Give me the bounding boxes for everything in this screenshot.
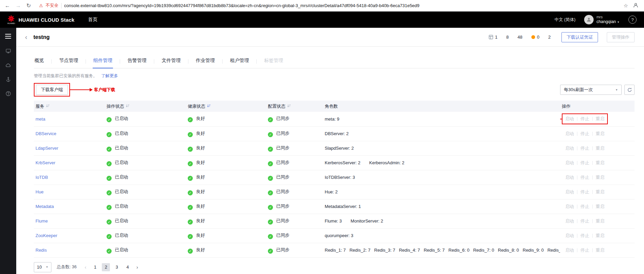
stat-alarms[interactable]: 0: [531, 35, 539, 40]
stat-5[interactable]: 2: [548, 35, 551, 40]
browser-back-icon[interactable]: ←: [5, 3, 10, 8]
refresh-button[interactable]: [624, 85, 635, 95]
page-button-1[interactable]: 1: [91, 263, 99, 271]
nav-home-link[interactable]: 首页: [88, 17, 97, 23]
anchor-icon[interactable]: [5, 77, 11, 83]
service-link[interactable]: Flume: [36, 218, 48, 224]
learn-more-link[interactable]: 了解更多: [101, 73, 118, 78]
address-bar[interactable]: ⚠ 不安全 console.external-tbw810.com/mrs/?a…: [34, 3, 623, 8]
page-button-3[interactable]: 3: [113, 263, 121, 271]
service-link[interactable]: KrbServer: [36, 160, 55, 165]
op-status-cell: ✓ 已启动: [105, 199, 186, 214]
action-separator: [577, 190, 577, 194]
sort-icon-active[interactable]: [207, 104, 211, 109]
service-link[interactable]: LdapServer: [36, 146, 58, 151]
action-start-link[interactable]: 启动: [565, 174, 574, 181]
status-ok-icon: ✓: [268, 147, 273, 152]
action-stop-link[interactable]: 停止: [580, 116, 589, 122]
service-link[interactable]: Metadata: [36, 204, 54, 209]
bookmark-star-icon[interactable]: ☆: [624, 3, 628, 9]
service-link[interactable]: Hue: [36, 189, 44, 194]
console-icon[interactable]: [5, 48, 11, 55]
browser-profile-icon[interactable]: [633, 2, 639, 9]
user-menu[interactable]: mrs changqian▼: [584, 15, 620, 24]
action-stop-link[interactable]: 停止: [580, 131, 589, 137]
action-start-link[interactable]: 启动: [565, 218, 574, 224]
action-start-link[interactable]: 启动: [565, 233, 574, 239]
status-ok-icon: ✓: [268, 234, 273, 239]
browser-reload-icon[interactable]: ↻: [26, 3, 31, 8]
status-ok-icon: ✓: [268, 176, 273, 181]
page-size-select[interactable]: 10 ▼: [34, 262, 51, 272]
action-stop-link[interactable]: 停止: [580, 204, 589, 210]
action-restart-link[interactable]: 重启: [596, 233, 604, 239]
action-start-link[interactable]: 启动: [565, 189, 574, 195]
tab-alarm-management[interactable]: 告警管理: [127, 55, 147, 68]
action-stop-link[interactable]: 停止: [580, 247, 589, 253]
action-stop-link[interactable]: 停止: [580, 233, 589, 239]
service-link[interactable]: IoTDB: [36, 175, 48, 180]
action-start-link[interactable]: 启动: [565, 116, 574, 122]
page-button-2-active[interactable]: 2: [102, 263, 110, 271]
huawei-logo[interactable]: HUAWEI: [7, 15, 15, 24]
action-restart-link[interactable]: 重启: [596, 145, 604, 151]
action-restart-link[interactable]: 重启: [596, 160, 604, 166]
caret-down-icon: ▼: [615, 88, 618, 91]
menu-toggle-icon[interactable]: [5, 34, 11, 39]
action-restart-link[interactable]: 重启: [596, 189, 604, 195]
action-start-link[interactable]: 启动: [565, 204, 574, 210]
manage-operations-button[interactable]: 管理操作: [607, 32, 635, 42]
sort-icon[interactable]: [46, 104, 50, 109]
roles-cell: MetadataServer: 1: [323, 199, 560, 214]
action-restart-link[interactable]: 重启: [596, 131, 604, 137]
service-link[interactable]: Redis: [36, 248, 47, 253]
action-stop-link[interactable]: 停止: [580, 174, 589, 181]
stat-2[interactable]: 8: [506, 35, 509, 40]
tab-component-management[interactable]: 组件管理: [93, 55, 113, 68]
prev-page-button[interactable]: ‹: [83, 264, 88, 270]
stat-nodes[interactable]: 1: [489, 35, 498, 40]
tab-job-management[interactable]: 作业管理: [195, 55, 215, 68]
action-stop-link[interactable]: 停止: [580, 218, 589, 224]
action-start-link[interactable]: 启动: [565, 131, 574, 137]
stat-3[interactable]: 48: [518, 35, 522, 40]
action-stop-link[interactable]: 停止: [580, 145, 589, 151]
action-restart-link[interactable]: 重启: [596, 218, 604, 224]
action-start-link[interactable]: 启动: [565, 145, 574, 151]
health-status-label: 良好: [196, 116, 205, 121]
service-link[interactable]: DBService: [36, 131, 56, 136]
op-status-label: 已启动: [115, 247, 128, 252]
tab-tenant-management[interactable]: 租户管理: [229, 55, 250, 68]
service-link[interactable]: meta: [36, 117, 45, 122]
service-link[interactable]: ZooKeeper: [36, 233, 57, 238]
tab-overview[interactable]: 概览: [34, 55, 45, 68]
action-start-link[interactable]: 启动: [565, 160, 574, 166]
action-restart-link[interactable]: 重启: [596, 204, 604, 210]
next-page-button[interactable]: ›: [134, 264, 140, 270]
action-restart-link[interactable]: 重启: [596, 174, 604, 181]
sort-icon[interactable]: [287, 104, 291, 109]
download-client-button[interactable]: 下载客户端: [36, 85, 68, 95]
refresh-interval-select[interactable]: 每30s刷新一次 ▼: [560, 85, 622, 95]
action-start-link[interactable]: 启动: [565, 247, 574, 253]
sort-icon[interactable]: [126, 104, 130, 109]
help-icon[interactable]: ?: [628, 16, 637, 24]
role-count: Redis_1: 7: [325, 248, 346, 253]
action-restart-link[interactable]: 重启: [596, 116, 604, 122]
config-status-cell: ✓ 已同步: [266, 214, 323, 228]
browser-forward-icon[interactable]: →: [16, 3, 21, 8]
cloud-icon[interactable]: [5, 62, 11, 69]
action-stop-link[interactable]: 停止: [580, 160, 589, 166]
help-circle-icon[interactable]: [5, 91, 11, 98]
page-button-4[interactable]: 4: [123, 263, 132, 271]
tab-file-management[interactable]: 文件管理: [161, 55, 181, 68]
back-button[interactable]: ‹: [22, 33, 30, 41]
action-separator: [577, 205, 577, 209]
tab-node-management[interactable]: 节点管理: [59, 55, 79, 68]
action-restart-link[interactable]: 重启: [596, 247, 604, 253]
action-stop-link[interactable]: 停止: [580, 189, 589, 195]
op-status-label: 已启动: [115, 131, 128, 136]
stat-value: 0: [537, 35, 539, 40]
language-selector[interactable]: 中文 (简体): [555, 17, 576, 23]
download-credential-button[interactable]: 下载认证凭证: [561, 32, 598, 42]
